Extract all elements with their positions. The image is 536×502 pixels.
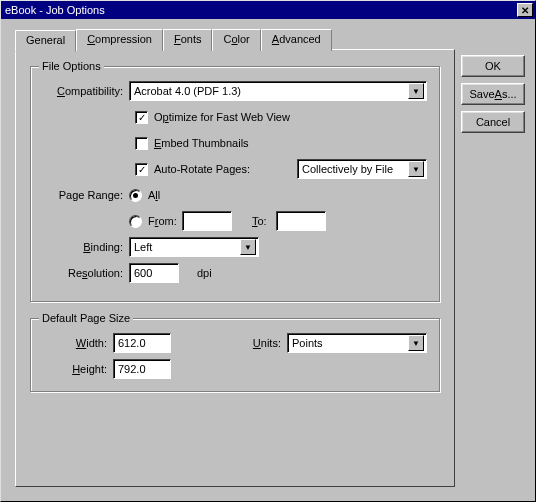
tab-compression[interactable]: Compression: [76, 29, 163, 51]
group-legend: Default Page Size: [39, 312, 133, 324]
tab-panel-general: File Options Compatibility: Acrobat 4.0 …: [15, 49, 455, 487]
autorotate-label: Auto-Rotate Pages:: [154, 163, 274, 175]
optimize-label: Optimize for Fast Web View: [154, 111, 290, 123]
chevron-down-icon: ▼: [408, 83, 424, 99]
binding-select[interactable]: Left ▼: [129, 237, 259, 257]
units-label: Units:: [253, 337, 287, 349]
to-input[interactable]: [276, 211, 326, 231]
window-title: eBook - Job Options: [5, 4, 105, 16]
from-radio[interactable]: [129, 215, 142, 228]
embed-label: Embed Thumbnails: [154, 137, 249, 149]
resolution-label: Resolution:: [43, 267, 129, 279]
all-radio[interactable]: [129, 189, 142, 202]
from-input[interactable]: [182, 211, 232, 231]
all-label: All: [148, 189, 160, 201]
pagerange-label: Page Range:: [43, 189, 129, 201]
group-legend: File Options: [39, 60, 104, 72]
chevron-down-icon: ▼: [408, 161, 424, 177]
chevron-down-icon: ▼: [240, 239, 256, 255]
cancel-button[interactable]: Cancel: [461, 111, 525, 133]
width-label: Width:: [43, 337, 113, 349]
save-as-button[interactable]: Save As...: [461, 83, 525, 105]
autorotate-checkbox[interactable]: ✓: [135, 163, 148, 176]
from-label: From:: [148, 215, 182, 227]
binding-label: Binding:: [43, 241, 129, 253]
chevron-down-icon: ▼: [408, 335, 424, 351]
resolution-input[interactable]: 600: [129, 263, 179, 283]
compat-label: Compatibility:: [43, 85, 129, 97]
tab-advanced[interactable]: Advanced: [261, 29, 332, 51]
to-label: To:: [252, 215, 276, 227]
group-file-options: File Options Compatibility: Acrobat 4.0 …: [30, 66, 440, 302]
group-page-size: Default Page Size Width: 612.0 Units: Po…: [30, 318, 440, 392]
height-label: Height:: [43, 363, 113, 375]
tabstrip: General Compression Fonts Color Advanced: [15, 29, 332, 51]
tab-color[interactable]: Color: [212, 29, 260, 51]
embed-checkbox[interactable]: [135, 137, 148, 150]
compat-select[interactable]: Acrobat 4.0 (PDF 1.3) ▼: [129, 81, 427, 101]
width-input[interactable]: 612.0: [113, 333, 171, 353]
tab-fonts[interactable]: Fonts: [163, 29, 213, 51]
titlebar: eBook - Job Options ✕: [1, 1, 535, 19]
autorotate-select[interactable]: Collectively by File ▼: [297, 159, 427, 179]
dpi-label: dpi: [197, 267, 212, 279]
units-select[interactable]: Points ▼: [287, 333, 427, 353]
height-input[interactable]: 792.0: [113, 359, 171, 379]
tab-general[interactable]: General: [15, 30, 76, 52]
optimize-checkbox[interactable]: ✓: [135, 111, 148, 124]
close-icon[interactable]: ✕: [517, 3, 533, 17]
ok-button[interactable]: OK: [461, 55, 525, 77]
window: eBook - Job Options ✕ General Compressio…: [0, 0, 536, 502]
